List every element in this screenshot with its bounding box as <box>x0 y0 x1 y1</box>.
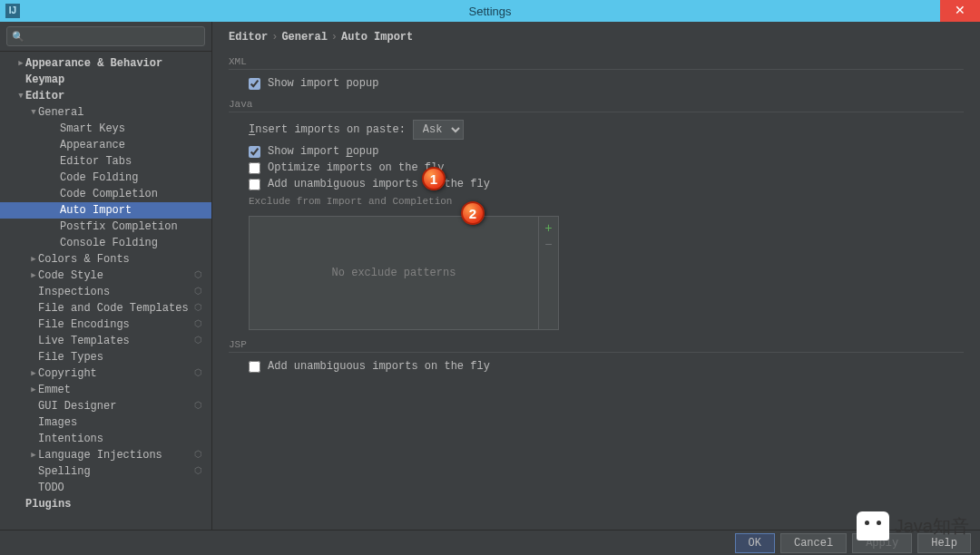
tree-item-label: Plugins <box>25 496 71 512</box>
insert-imports-label: Insert imports on paste: <box>249 123 406 136</box>
tree-item-label: Appearance <box>60 137 125 153</box>
gear-icon: ⬡ <box>194 268 202 284</box>
tree-item[interactable]: ▼General <box>0 104 211 121</box>
watermark: Java知音 <box>857 511 969 540</box>
tree-item[interactable]: Spelling⬡ <box>0 463 211 480</box>
breadcrumb: Editor›General›Auto Import <box>229 31 964 44</box>
titlebar: IJ Settings ✕ <box>0 0 980 22</box>
tree-item[interactable]: Postfix Completion <box>0 219 211 235</box>
gear-icon: ⬡ <box>194 300 202 316</box>
tree-item-label: Colors & Fonts <box>38 251 130 268</box>
tree-item-label: File Types <box>38 349 103 365</box>
gear-icon: ⬡ <box>194 316 202 333</box>
tree-item-label: Intentions <box>38 431 103 447</box>
sidebar: 🔍 ▶Appearance & BehaviorKeymap▼Editor▼Ge… <box>0 22 212 530</box>
tree-item[interactable]: File Encodings⬡ <box>0 316 211 333</box>
exclude-empty: No exclude patterns <box>250 217 538 329</box>
tree-item[interactable]: File and Code Templates⬡ <box>0 300 211 316</box>
tree-item-label: Emmet <box>38 382 71 398</box>
tree-item[interactable]: ▶Copyright⬡ <box>0 365 211 382</box>
section-xml: XML <box>229 56 964 70</box>
gear-icon: ⬡ <box>194 398 202 414</box>
tree-item-label: File Encodings <box>38 316 130 333</box>
tree-item[interactable]: File Types <box>0 349 211 365</box>
annotation-marker-1: 1 <box>422 167 446 190</box>
tree-item[interactable]: Console Folding <box>0 235 211 251</box>
tree-item-label: TODO <box>38 480 64 496</box>
tree-item-label: Editor <box>25 88 64 104</box>
close-button[interactable]: ✕ <box>940 0 980 22</box>
tree-item[interactable]: Appearance <box>0 137 211 153</box>
tree-item[interactable]: GUI Designer⬡ <box>0 398 211 414</box>
search-input[interactable] <box>6 26 205 46</box>
gear-icon: ⬡ <box>194 463 202 480</box>
tree-item-label: Code Style <box>38 268 103 284</box>
tree-item-label: GUI Designer <box>38 398 116 414</box>
tree-item-label: Keymap <box>25 72 64 88</box>
tree-item[interactable]: TODO <box>0 480 211 496</box>
app-icon: IJ <box>5 4 20 18</box>
wechat-icon <box>857 511 889 540</box>
tree-item[interactable]: Inspections⬡ <box>0 284 211 300</box>
tree-item[interactable]: ▶Code Style⬡ <box>0 268 211 284</box>
gear-icon: ⬡ <box>194 333 202 349</box>
exclude-label: Exclude from Import and Completion <box>249 196 964 209</box>
tree-item[interactable]: ▶Colors & Fonts <box>0 251 211 268</box>
tree-item-label: General <box>38 104 83 121</box>
settings-tree[interactable]: ▶Appearance & BehaviorKeymap▼Editor▼Gene… <box>0 52 211 530</box>
tree-item[interactable]: ▼Editor <box>0 88 211 104</box>
jsp-add-unambiguous-label: Add unambiguous imports on the fly <box>268 360 490 373</box>
insert-imports-select[interactable]: Ask <box>413 120 464 140</box>
add-unambiguous-checkbox[interactable] <box>249 179 260 190</box>
exclude-box: No exclude patterns + − <box>249 216 559 330</box>
tree-item[interactable]: Plugins <box>0 496 211 512</box>
search-wrap: 🔍 <box>0 22 211 52</box>
tree-item-label: Editor Tabs <box>60 153 132 170</box>
gear-icon: ⬡ <box>194 284 202 300</box>
jsp-add-unambiguous-checkbox[interactable] <box>249 361 260 373</box>
tree-item[interactable]: ▶Language Injections⬡ <box>0 447 211 463</box>
tree-item-label: Inspections <box>38 284 110 300</box>
tree-item[interactable]: Keymap <box>0 72 211 88</box>
optimize-imports-label: Optimize imports on the fly <box>268 161 444 174</box>
annotation-marker-2: 2 <box>461 201 485 225</box>
tree-item[interactable]: Editor Tabs <box>0 153 211 170</box>
window-title: Settings <box>469 5 512 18</box>
tree-item-label: Auto Import <box>60 202 132 219</box>
gear-icon: ⬡ <box>194 447 202 463</box>
gear-icon: ⬡ <box>194 365 202 382</box>
tree-item[interactable]: Code Completion <box>0 186 211 202</box>
tree-item-label: Code Completion <box>60 186 158 202</box>
add-icon[interactable]: + <box>544 220 552 237</box>
tree-item-label: Live Templates <box>38 333 130 349</box>
content: 🔍 ▶Appearance & BehaviorKeymap▼Editor▼Ge… <box>0 22 980 530</box>
optimize-imports-checkbox[interactable] <box>249 162 260 174</box>
tree-item[interactable]: Intentions <box>0 431 211 447</box>
tree-item-label: Images <box>38 414 77 431</box>
tree-item-label: Postfix Completion <box>60 219 178 235</box>
ok-button[interactable]: OK <box>735 533 775 553</box>
tree-item-label: Spelling <box>38 463 91 480</box>
xml-show-import-popup-label: Show import popup <box>268 77 378 90</box>
tree-item[interactable]: Code Folding <box>0 170 211 186</box>
java-show-import-popup-checkbox[interactable] <box>249 146 260 158</box>
cancel-button[interactable]: Cancel <box>780 533 847 553</box>
tree-item[interactable]: ▶Emmet <box>0 382 211 398</box>
tree-item-label: Console Folding <box>60 235 158 251</box>
section-java: Java <box>229 99 964 112</box>
tree-item-label: Language Injections <box>38 447 162 463</box>
tree-item-label: File and Code Templates <box>38 300 189 316</box>
search-icon: 🔍 <box>12 31 24 43</box>
footer: OK Cancel Apply Help <box>0 530 980 555</box>
tree-item-label: Code Folding <box>60 170 138 186</box>
tree-item-label: Appearance & Behavior <box>25 55 162 72</box>
section-jsp: JSP <box>229 339 964 353</box>
tree-item[interactable]: ▶Appearance & Behavior <box>0 55 211 72</box>
tree-item[interactable]: Smart Keys <box>0 121 211 137</box>
tree-item[interactable]: Images <box>0 414 211 431</box>
tree-item-label: Copyright <box>38 365 97 382</box>
remove-icon[interactable]: − <box>544 237 552 253</box>
tree-item[interactable]: Auto Import <box>0 202 211 219</box>
xml-show-import-popup-checkbox[interactable] <box>249 78 260 90</box>
tree-item[interactable]: Live Templates⬡ <box>0 333 211 349</box>
